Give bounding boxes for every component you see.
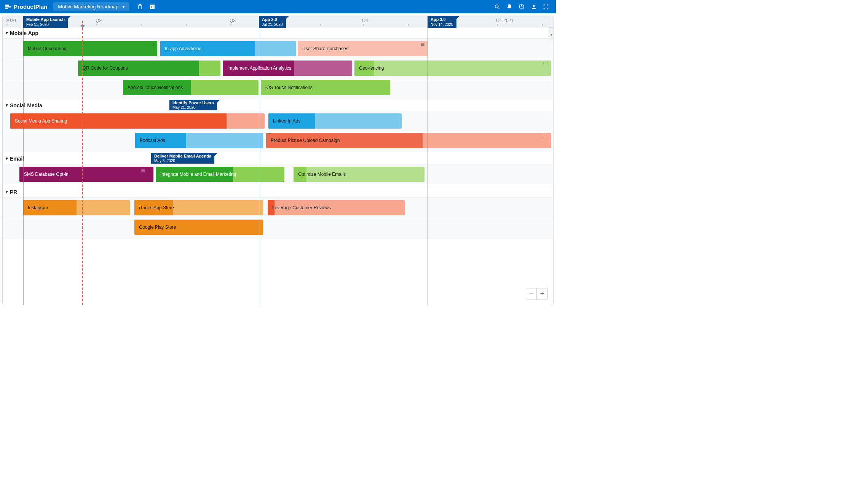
q3-label: Q3 bbox=[230, 18, 236, 23]
chevron-down-icon: ▾ bbox=[6, 103, 8, 108]
user-button[interactable] bbox=[528, 1, 540, 13]
bar-in-app-advertising[interactable]: In-app Advertising bbox=[160, 41, 296, 56]
roadmap-title: Mobile Marketing Roadmap bbox=[58, 4, 118, 10]
lane-header-mobile-app[interactable]: ▾ Mobile App bbox=[3, 27, 553, 39]
chevron-down-icon: ▾ bbox=[6, 190, 8, 194]
search-button[interactable] bbox=[491, 1, 503, 13]
bar-mobile-onboarding[interactable]: Mobile Onboarding ⋮⋮ bbox=[23, 41, 157, 56]
milestone-launch[interactable]: Mobile App Launch Feb 11, 2020 bbox=[23, 16, 68, 28]
bar-reviews[interactable]: Leverage Customer Reviews bbox=[268, 200, 405, 215]
help-button[interactable] bbox=[515, 1, 528, 13]
svg-point-10 bbox=[522, 8, 522, 8]
app-logo[interactable]: ProductPlan bbox=[0, 3, 53, 10]
lane-body-pr: Instagram iTunes App Store Leverage Cust… bbox=[3, 198, 553, 240]
roadmap-canvas: 2020 Q2 Q3 Q4 Q1 2021 Mobile App Launch … bbox=[2, 16, 554, 305]
comment-icon[interactable] bbox=[420, 43, 425, 49]
bar-google-play[interactable]: Google Play Store bbox=[134, 220, 263, 235]
svg-rect-1 bbox=[5, 6, 11, 7]
collapse-sidebar-tab[interactable]: ◂ bbox=[549, 27, 553, 41]
bar-instagram[interactable]: Instagram bbox=[23, 200, 130, 215]
grip-icon: ⋮⋮ bbox=[542, 62, 549, 66]
app-name: ProductPlan bbox=[14, 3, 47, 10]
roadmap-selector[interactable]: Mobile Marketing Roadmap ▾ bbox=[53, 2, 129, 11]
parking-button[interactable]: P bbox=[146, 1, 158, 13]
clipboard-icon bbox=[137, 4, 143, 10]
milestone-app2[interactable]: App 2.0 Jul 21, 2020 bbox=[259, 16, 286, 28]
p-icon: P bbox=[149, 4, 155, 10]
svg-rect-2 bbox=[5, 8, 8, 9]
user-icon bbox=[531, 4, 537, 10]
fullscreen-button[interactable] bbox=[540, 1, 552, 13]
milestone-app3[interactable]: App 3.0 Nov 14, 2020 bbox=[428, 16, 456, 28]
bar-upload-campaign[interactable]: Product Picture Upload Campaign ⋮⋮ bbox=[266, 133, 551, 148]
milestone-email-agenda[interactable]: Deliver Mobile Email Agenda May 8, 2020 bbox=[151, 153, 214, 164]
lane-body-mobile-app: Mobile Onboarding ⋮⋮ In-app Advertising … bbox=[3, 39, 553, 100]
expand-icon bbox=[543, 4, 549, 10]
svg-point-11 bbox=[533, 5, 535, 6]
milestone-line-app3 bbox=[428, 16, 428, 305]
lane-header-pr[interactable]: ▾ PR bbox=[3, 186, 553, 198]
grip-icon: ⋮⋮ bbox=[542, 134, 549, 138]
clipboard-button[interactable] bbox=[134, 1, 146, 13]
comment-icon[interactable] bbox=[140, 168, 146, 175]
topbar: ProductPlan Mobile Marketing Roadmap ▾ P bbox=[0, 0, 556, 13]
help-icon bbox=[519, 4, 525, 10]
today-line bbox=[82, 21, 83, 305]
svg-text:P: P bbox=[151, 5, 153, 9]
lane-header-social[interactable]: ▾ Social Media bbox=[3, 100, 553, 111]
svg-line-8 bbox=[498, 8, 499, 9]
search-icon bbox=[494, 4, 500, 10]
bar-sms-optin[interactable]: SMS Database Opt-in ⋮⋮ bbox=[19, 167, 153, 182]
chevron-down-icon: ▾ bbox=[6, 156, 8, 161]
zoom-controls: − + bbox=[526, 288, 548, 299]
bar-android-notifications[interactable]: Android Touch Notifications bbox=[123, 80, 258, 95]
lane-header-email[interactable]: ▾ Email bbox=[3, 153, 553, 164]
bar-podcast-ads[interactable]: Podcast Ads bbox=[135, 133, 263, 148]
bar-user-share-purchases[interactable]: User Share Purchases bbox=[298, 41, 428, 56]
lane-body-social: Identify Power Users May 21, 2020 Social… bbox=[3, 111, 553, 153]
q4-label: Q4 bbox=[362, 18, 368, 23]
bar-integrate-email[interactable]: Integrate Mobile and Email Marketing bbox=[156, 167, 284, 182]
q1-2021-label: Q1 2021 bbox=[496, 18, 514, 23]
today-marker[interactable] bbox=[80, 25, 85, 28]
bar-analytics[interactable]: Implement Application Analytics bbox=[223, 61, 352, 76]
bar-linkedin-ads[interactable]: Linked In Ads bbox=[268, 113, 402, 129]
milestone-line-app2 bbox=[259, 16, 259, 305]
chevron-down-icon: ▾ bbox=[6, 30, 8, 35]
bar-social-sharing[interactable]: Social Media App Sharing bbox=[10, 113, 265, 129]
notifications-button[interactable] bbox=[503, 1, 515, 13]
year-label: 2020 bbox=[6, 18, 16, 23]
svg-rect-0 bbox=[5, 5, 10, 6]
bar-geo-fencing[interactable]: Geo-fencing ⋮⋮ bbox=[354, 61, 551, 76]
zoom-out-button[interactable]: − bbox=[526, 288, 537, 299]
lane-body-email: Deliver Mobile Email Agenda May 8, 2020 … bbox=[3, 164, 553, 186]
bar-itunes[interactable]: iTunes App Store bbox=[134, 200, 263, 215]
logo-icon bbox=[5, 3, 11, 10]
zoom-in-button[interactable]: + bbox=[537, 288, 547, 299]
bar-ios-notifications[interactable]: iOS Touch Notifications bbox=[261, 80, 390, 95]
connector-dot[interactable] bbox=[283, 181, 284, 182]
connector-dot[interactable] bbox=[156, 55, 157, 56]
bar-optimize-emails[interactable]: Optimize Mobile Emails bbox=[294, 167, 424, 182]
bar-qr-coupons[interactable]: QR Code for Coupons bbox=[78, 61, 220, 76]
grip-icon: ⋮⋮ bbox=[148, 43, 156, 46]
svg-point-7 bbox=[495, 5, 498, 8]
q2-label: Q2 bbox=[96, 18, 102, 23]
bell-icon bbox=[506, 4, 512, 10]
milestone-line-launch bbox=[23, 16, 24, 305]
milestone-power-users[interactable]: Identify Power Users May 21, 2020 bbox=[169, 100, 217, 110]
chevron-down-icon: ▾ bbox=[122, 4, 125, 10]
lanes-container: ▾ Mobile App Mobile Onboarding ⋮⋮ In-app… bbox=[3, 27, 553, 240]
